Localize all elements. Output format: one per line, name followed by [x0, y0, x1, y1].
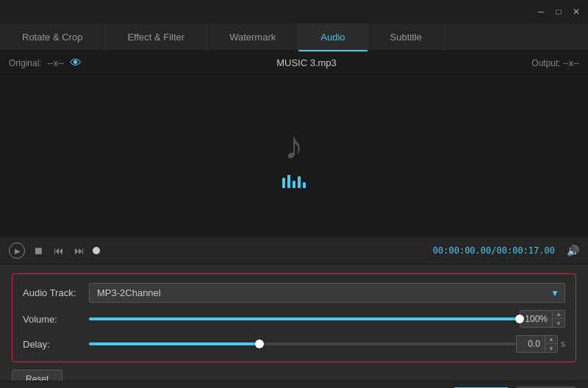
tab-subtitle[interactable]: Subtitle [368, 24, 445, 50]
delay-slider-thumb[interactable] [255, 340, 264, 348]
audio-track-dropdown-wrap: MP3-2Channel AAC-2Channel Default ▼ [89, 283, 565, 303]
player-bar: ▶ ⏹ ⏮ ⏭ 00:00:00.00/00:00:17.00 🔊 [0, 237, 588, 265]
output-label: Output: [531, 58, 560, 68]
volume-spin-buttons: ▲ ▼ [552, 310, 564, 328]
audio-track-label: Audio Track: [23, 287, 89, 298]
bottom-bar: OK Cancel [0, 381, 588, 388]
delay-slider-fill [89, 342, 259, 345]
eq-bar-2 [287, 175, 290, 188]
original-value: --x-- [48, 58, 64, 68]
tab-watermark[interactable]: Watermark [207, 24, 298, 50]
delay-slider-wrap [89, 342, 516, 345]
music-visualization: ♪ [282, 123, 306, 188]
delay-unit-label: s [561, 339, 565, 349]
current-time: 00:00:00.00 [433, 245, 491, 256]
eye-icon[interactable]: 👁 [70, 57, 82, 70]
volume-increment-button[interactable]: ▲ [553, 310, 564, 319]
original-info: Original: --x-- 👁 [9, 57, 82, 70]
next-button[interactable]: ⏭ [72, 243, 87, 258]
audio-track-select[interactable]: MP3-2Channel AAC-2Channel Default [89, 283, 565, 303]
eq-bar-5 [303, 182, 306, 188]
prev-button[interactable]: ⏮ [51, 243, 66, 258]
eq-bar-4 [298, 176, 301, 188]
delay-decrement-button[interactable]: ▼ [545, 344, 557, 353]
minimize-button[interactable]: ─ [535, 6, 547, 18]
original-label: Original: [9, 58, 42, 68]
audio-section: Audio Track: MP3-2Channel AAC-2Channel D… [12, 273, 576, 362]
eq-bar-1 [282, 178, 285, 188]
delay-spin-buttons: ▲ ▼ [545, 335, 557, 353]
volume-label: Volume: [23, 314, 89, 325]
music-note-icon: ♪ [284, 123, 304, 168]
tab-bar: Rotate & Crop Effect & Filter Watermark … [0, 24, 588, 51]
delay-increment-button[interactable]: ▲ [545, 335, 557, 344]
volume-value-input: 100% ▲ ▼ [520, 310, 565, 328]
delay-label: Delay: [23, 339, 89, 350]
output-info: Output: --x-- [531, 58, 579, 68]
volume-slider-thumb[interactable] [515, 315, 524, 323]
volume-value: 100% [520, 310, 552, 328]
volume-slider-track[interactable] [89, 317, 520, 320]
tab-rotate-crop[interactable]: Rotate & Crop [0, 24, 105, 50]
controls-panel: Audio Track: MP3-2Channel AAC-2Channel D… [0, 265, 588, 388]
volume-icon[interactable]: 🔊 [567, 245, 579, 256]
tab-effect-filter[interactable]: Effect & Filter [105, 24, 207, 50]
file-name: MUSIC 3.mp3 [276, 57, 337, 68]
preview-header: Original: --x-- 👁 MUSIC 3.mp3 Output: --… [0, 51, 588, 75]
title-bar: ─ □ ✕ [0, 0, 588, 24]
tab-audio[interactable]: Audio [298, 24, 368, 50]
maximize-button[interactable]: □ [553, 6, 564, 18]
equalizer [282, 173, 306, 188]
volume-row: Volume: 100% ▲ ▼ [23, 310, 565, 328]
audio-track-row: Audio Track: MP3-2Channel AAC-2Channel D… [23, 283, 565, 303]
output-value: --x-- [563, 58, 579, 68]
eq-bar-3 [293, 181, 295, 188]
total-time: 00:00:17.00 [497, 245, 555, 256]
delay-row: Delay: 0.0 ▲ ▼ s [23, 335, 565, 353]
main-content: Original: --x-- 👁 MUSIC 3.mp3 Output: --… [0, 51, 588, 388]
progress-indicator[interactable] [93, 247, 100, 254]
delay-value: 0.0 [517, 335, 545, 353]
stop-button[interactable]: ⏹ [31, 243, 46, 258]
volume-decrement-button[interactable]: ▼ [553, 319, 564, 328]
close-button[interactable]: ✕ [570, 6, 582, 18]
volume-slider-fill [89, 317, 520, 320]
delay-slider-track[interactable] [89, 342, 516, 345]
delay-value-input: 0.0 ▲ ▼ [516, 335, 558, 353]
play-button[interactable]: ▶ [9, 242, 25, 259]
volume-slider-wrap [89, 317, 520, 320]
preview-canvas: ♪ [0, 75, 588, 237]
time-display: 00:00:00.00/00:00:17.00 [433, 245, 555, 256]
